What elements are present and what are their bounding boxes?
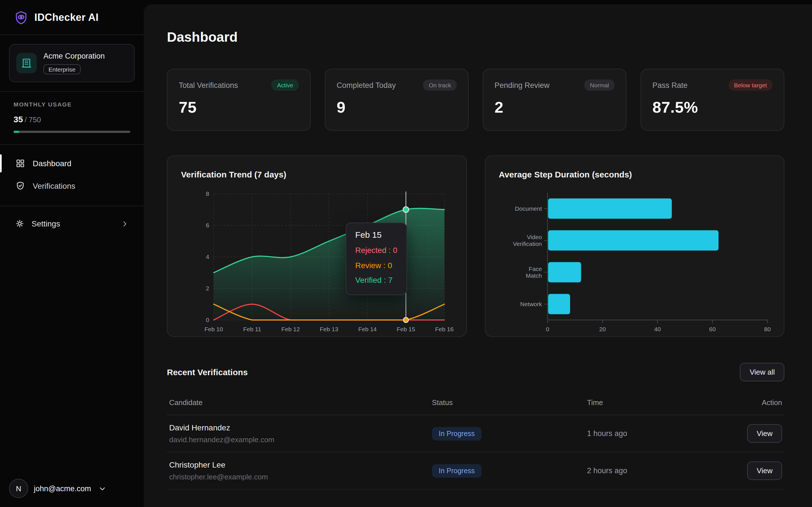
svg-text:6: 6 [206,222,209,228]
table-row: Christopher Lee christopher.lee@example.… [167,452,784,490]
recent-verifications-table: Candidate Status Time Action David Herna… [167,394,784,490]
svg-text:Feb 12: Feb 12 [282,326,300,332]
divider [0,34,144,35]
svg-text:Feb 15: Feb 15 [397,326,415,332]
user-email: john@acme.com [34,484,91,493]
usage-used: 35 [13,114,23,124]
stat-card-pending-review: Pending Review Normal 2 [483,69,626,131]
main-area: Dashboard Total Verifications Active 75 … [144,0,812,507]
main-panel: Dashboard Total Verifications Active 75 … [144,4,812,507]
action-cell: View [747,461,782,480]
svg-text:0: 0 [546,326,549,332]
building-icon [16,53,37,73]
svg-text:0: 0 [206,317,209,323]
stat-label: Total Verifications [179,81,238,89]
user-menu[interactable]: N john@acme.com [9,479,136,498]
svg-text:Feb 11: Feb 11 [243,326,261,332]
chart-title: Verification Trend (7 days) [181,170,453,179]
status-badge: On track [423,79,457,91]
table-row: David Hernandez david.hernandez@example.… [167,415,784,452]
status-cell: In Progress [432,464,587,477]
shield-check-icon [15,180,26,191]
sidebar-item-verifications[interactable]: Verifications [9,175,135,196]
chevron-right-icon [121,219,129,228]
col-status: Status [432,398,587,407]
status-cell: In Progress [432,427,587,440]
stat-label: Completed Today [337,81,396,89]
svg-text:Feb 13: Feb 13 [320,326,338,332]
tooltip-lines: Rejected : 0Review : 0Verified : 7 [355,243,397,288]
chart-tooltip: Feb 15 Rejected : 0Review : 0Verified : … [346,223,407,295]
candidate-name: Christopher Lee [169,460,432,469]
col-action: Action [762,398,782,407]
verification-trend-chart[interactable]: 02468Feb 10Feb 11Feb 12Feb 13Feb 14Feb 1… [181,187,453,337]
usage-value: 35/ 750 [13,114,130,124]
svg-text:40: 40 [654,326,660,332]
usage-progress [13,131,130,133]
view-button[interactable]: View [747,424,782,443]
settings-section: Settings [0,206,144,241]
stat-value: 9 [337,99,457,117]
verification-trend-card: Verification Trend (7 days) 02468Feb 10F… [167,156,467,337]
view-button[interactable]: View [747,461,782,480]
candidate-cell: Christopher Lee christopher.lee@example.… [169,460,432,481]
candidate-cell: David Hernandez david.hernandez@example.… [169,423,432,444]
candidate-name: David Hernandez [169,423,432,432]
usage-progress-fill [13,131,19,133]
table-header: Candidate Status Time Action [167,394,784,415]
usage-total: / 750 [24,115,41,124]
svg-text:20: 20 [599,326,605,332]
tooltip-line: Rejected : 0 [355,243,397,258]
monthly-usage-section: MONTHLY USAGE 35/ 750 [0,92,144,144]
svg-text:80: 80 [764,326,770,332]
svg-text:2: 2 [206,285,209,291]
app-window: IDChecker AI Acme Corporation Enterprise… [0,0,812,507]
usage-label: MONTHLY USAGE [13,101,130,108]
status-badge: In Progress [432,464,481,477]
sidebar: IDChecker AI Acme Corporation Enterprise… [0,0,144,507]
col-time: Time [587,398,731,407]
svg-text:8: 8 [206,190,209,197]
status-badge: In Progress [432,427,481,440]
step-duration-chart[interactable]: DocumentVideoVerificationFaceMatchNetwor… [499,187,772,337]
status-badge: Below target [728,79,772,91]
svg-text:Document: Document [515,205,542,212]
gear-icon [15,219,25,229]
page-title: Dashboard [167,29,784,45]
stats-row: Total Verifications Active 75 Completed … [167,69,784,131]
view-all-button[interactable]: View all [740,363,784,381]
stat-value: 2 [495,99,615,117]
settings-label: Settings [32,219,60,228]
chevron-down-icon [98,484,106,493]
status-badge: Normal [584,79,615,91]
org-info: Acme Corporation Enterprise [43,52,105,74]
app-header: IDChecker AI [0,0,144,34]
avatar: N [9,479,28,498]
app-title: IDChecker AI [35,12,99,24]
charts-row: Verification Trend (7 days) 02468Feb 10F… [167,156,784,337]
svg-text:Feb 10: Feb 10 [204,326,223,332]
app-logo-icon [13,10,29,25]
candidate-email: david.hernandez@example.com [169,436,432,444]
sidebar-item-dashboard[interactable]: Dashboard [9,153,135,174]
tooltip-line: Verified : 7 [355,273,397,288]
sidebar-item-settings[interactable]: Settings [9,213,135,234]
chart-title: Average Step Duration (seconds) [499,170,770,179]
svg-text:4: 4 [206,253,209,260]
recent-title: Recent Verifications [167,367,248,377]
stat-value: 75 [179,99,299,117]
time-cell: 2 hours ago [587,466,731,475]
sidebar-item-label: Verifications [33,181,75,190]
step-duration-card: Average Step Duration (seconds) Document… [485,156,784,337]
org-plan-badge: Enterprise [43,64,81,74]
sidebar-nav: Dashboard Verifications [0,145,144,206]
action-cell: View [747,424,782,443]
grid-icon [15,158,26,169]
svg-text:FaceMatch: FaceMatch [525,266,542,279]
candidate-email: christopher.lee@example.com [169,473,432,481]
svg-text:Feb 14: Feb 14 [358,326,377,332]
svg-text:60: 60 [709,326,715,332]
stat-value: 87.5% [652,99,772,117]
stat-card-completed-today: Completed Today On track 9 [325,69,469,131]
org-switcher[interactable]: Acme Corporation Enterprise [9,44,135,82]
